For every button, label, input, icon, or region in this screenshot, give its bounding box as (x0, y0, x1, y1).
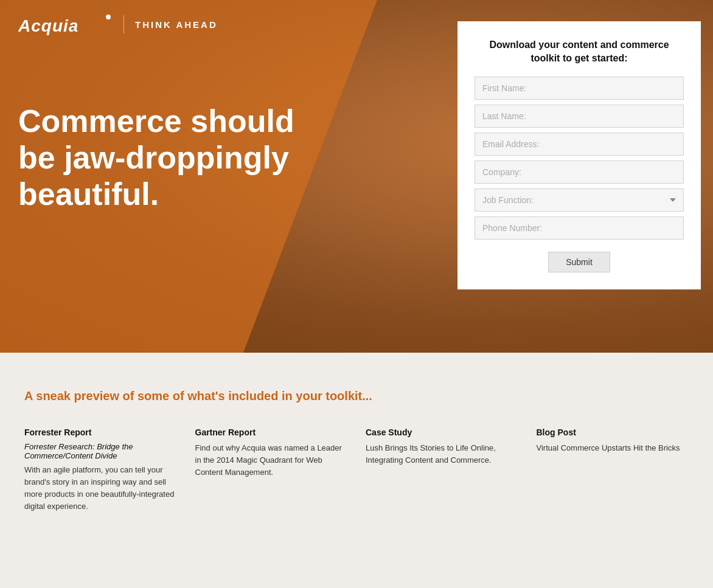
toolkit-item-3-body: Virtual Commerce Upstarts Hit the Bricks (537, 442, 689, 454)
toolkit-item-0-subtitle: Forrester Research: Bridge the Commerce/… (24, 442, 177, 460)
hero-section: Acquia THINK AHEAD Commerce should be ja… (0, 0, 713, 353)
hero-headline-block: Commerce should be jaw-droppingly beauti… (18, 103, 322, 212)
download-form-card: Download your content and commerce toolk… (457, 21, 701, 289)
svg-point-1 (106, 15, 111, 19)
phone-input[interactable] (475, 216, 684, 240)
toolkit-grid: Forrester Report Forrester Research: Bri… (24, 427, 689, 513)
company-input[interactable] (475, 161, 684, 184)
tagline: THINK AHEAD (135, 19, 218, 30)
last-name-input[interactable] (475, 105, 684, 128)
brand-logo: Acquia (18, 12, 113, 36)
content-section: A sneak preview of some of what's includ… (0, 353, 713, 562)
toolkit-item-2-title: Case Study (366, 427, 518, 437)
acquia-logo-svg: Acquia (18, 12, 113, 36)
toolkit-item-blog-post: Blog Post Virtual Commerce Upstarts Hit … (537, 427, 689, 513)
toolkit-item-0-body: With an agile platform, you can tell you… (24, 464, 177, 513)
email-input[interactable] (475, 133, 684, 156)
first-name-input[interactable] (475, 77, 684, 100)
toolkit-item-gartner: Gartner Report Find out why Acquia was n… (195, 427, 348, 513)
toolkit-item-0-title: Forrester Report (24, 427, 177, 437)
preview-heading: A sneak preview of some of what's includ… (24, 389, 689, 403)
toolkit-item-3-title: Blog Post (537, 427, 689, 437)
toolkit-item-case-study: Case Study Lush Brings Its Stories to Li… (366, 427, 518, 513)
job-function-select[interactable]: Job Function: C-Level / VP Director Mana… (475, 189, 684, 212)
hero-headline-text: Commerce should be jaw-droppingly beauti… (18, 103, 322, 212)
toolkit-item-1-body: Find out why Acquia was named a Leader i… (195, 442, 348, 479)
toolkit-item-1-title: Gartner Report (195, 427, 348, 437)
form-title: Download your content and commerce toolk… (475, 38, 684, 66)
toolkit-item-2-body: Lush Brings Its Stories to Life Online, … (366, 442, 518, 466)
toolkit-item-forrester: Forrester Report Forrester Research: Bri… (24, 427, 177, 513)
submit-button[interactable]: Submit (548, 252, 610, 272)
svg-text:Acquia: Acquia (18, 16, 78, 35)
logo-divider (123, 15, 124, 33)
